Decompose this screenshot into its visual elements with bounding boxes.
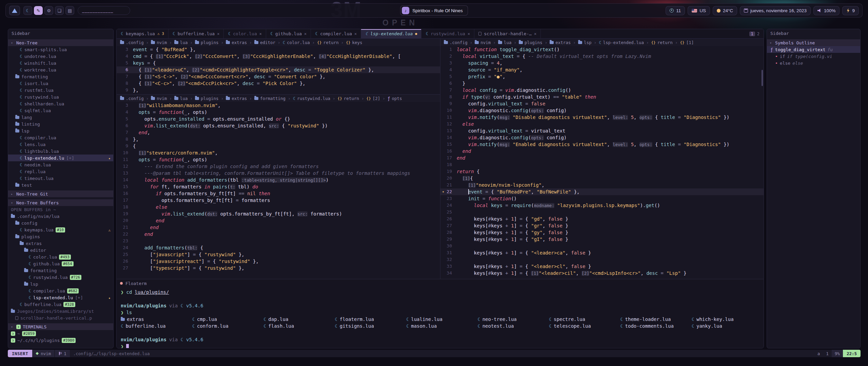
tab-github-lua[interactable]: ☾github.lua×	[266, 29, 311, 38]
tree-section-header[interactable]: ▸Neo-Tree Git	[8, 190, 113, 197]
breadcrumb-segment[interactable]: plugins	[195, 40, 219, 45]
tree-item[interactable]: ☾github.lua#654	[8, 260, 113, 267]
tab-bufferline-lua[interactable]: ☾bufferline.lua×	[169, 29, 224, 38]
terminal-output[interactable]: ❯cdlua/plugins/nvim/lua/pluginsvia☾ v5.4…	[117, 287, 764, 348]
breadcrumb-segment[interactable]: ☾rustywind.lua	[293, 96, 330, 101]
listing-item[interactable]: ☾conform.lua	[192, 323, 260, 329]
close-icon[interactable]: ×	[468, 32, 470, 36]
tree-section-header[interactable]: ▾Neo-Tree Buffers	[8, 199, 113, 206]
code-line[interactable]: 6 vim.list_extend(dst: opts.ensure_insta…	[117, 122, 440, 129]
code-line[interactable]: ✦22 event = { "BufReadPre", "BufNewFile"…	[440, 188, 764, 195]
scrollbar-handle[interactable]	[762, 70, 763, 86]
code-line[interactable]: 21 end	[117, 224, 440, 231]
tree-item[interactable]: linting	[8, 121, 113, 127]
listing-item[interactable]: ☾which-key.lua	[692, 316, 760, 323]
tree-section-header[interactable]: ▾❯TERMINALS	[8, 323, 113, 330]
listing-item[interactable]: ☾cmp.lua	[192, 316, 260, 323]
breadcrumb-segment[interactable]: formatting	[254, 96, 285, 101]
tree-item[interactable]: lsp	[8, 127, 113, 134]
code-line[interactable]: 9},	[117, 87, 440, 94]
tree-item[interactable]: ☾rustywind.lua#726	[8, 274, 113, 281]
tree-item[interactable]: scrollbar-handle-vertical.p	[8, 314, 113, 321]
breadcrumb-segment[interactable]: plugins	[195, 96, 219, 101]
close-icon[interactable]: ×	[259, 32, 262, 36]
breadcrumb-segment[interactable]: ☾lsp-extended.lua	[599, 40, 644, 45]
code-line[interactable]: 16 if opts.formatters_by_ft[ft] == nil t…	[117, 190, 440, 197]
code-line[interactable]: 7 end,	[117, 129, 440, 136]
code-line[interactable]: 12 --- Extend the conform plugin config …	[117, 163, 440, 170]
topbar-input[interactable]: ____________	[78, 6, 130, 15]
tree-item[interactable]: formatting	[8, 73, 113, 80]
tree-item[interactable]: .config/nvim/lua	[8, 213, 113, 220]
breadcrumb-segment[interactable]: {}return	[651, 40, 672, 45]
tree-item[interactable]: ☾undotree.lua	[8, 53, 113, 60]
code-line[interactable]: 3event = { "BufRead" },	[117, 46, 440, 53]
code-line[interactable]: 12 else	[440, 121, 764, 127]
code-line[interactable]: 22 end	[117, 231, 440, 238]
tree-item[interactable]: ☾sqlfmt.lua	[8, 107, 113, 114]
breadcrumb-segment[interactable]: extras	[226, 40, 247, 45]
tree-item[interactable]: extras	[8, 240, 113, 247]
tab-lsp-extended-lua[interactable]: ☾lsp-extended.lua●	[361, 29, 421, 38]
code-line[interactable]: 7 { [1]"<S-C->", [2]"<cmd>CccConvert<cr>…	[117, 73, 440, 80]
code-line[interactable]: 23	[117, 238, 440, 244]
code-line[interactable]: 11 vim.notify(msg: "Disable diagnostics …	[440, 114, 764, 121]
code-line[interactable]: 26 keys[#keys + 1] = { "gd", false }	[440, 216, 764, 222]
tree-item[interactable]: ☾compiler.lua#682	[8, 287, 113, 294]
breadcrumb-segment[interactable]: {}[2]	[367, 96, 380, 101]
code-line[interactable]: 13 ---@param tbl table<string, conform.F…	[117, 170, 440, 177]
tree-item[interactable]: ☾neodim.lua	[8, 161, 113, 168]
tree-item[interactable]: ❯~#2859	[8, 330, 113, 337]
code-line[interactable]: 8 { [1]"<C-c>", [2]"<cmd>CccPick<cr>", d…	[117, 80, 440, 87]
listing-item[interactable]: ☾floaterm.lua	[335, 316, 402, 323]
tree-item[interactable]: ☾shellharden.lua	[8, 100, 113, 107]
breadcrumb-segment[interactable]: nvim	[151, 40, 167, 45]
tab-rustywind-lua[interactable]: ☾rustywind.lua×	[421, 29, 474, 38]
code-line[interactable]: 33 keys[#keys + 1] = { "<leader>cl", fal…	[440, 263, 764, 270]
listing-item[interactable]: ☾yanky.lua	[692, 323, 760, 329]
tabpage-1[interactable]: 1	[749, 32, 755, 36]
tree-item[interactable]: ☾timeout.lua	[8, 175, 113, 182]
quick-button-gear[interactable]: ⚙	[44, 6, 53, 15]
code-line[interactable]: 6 { [1]"<leader>uC", [2]"<cmd>CccHighlig…	[117, 66, 440, 73]
listing-item[interactable]: ☾theme-loader.lua	[620, 316, 688, 323]
code-line[interactable]: 5 opts.ensure_installed = opts.ensure_in…	[117, 116, 440, 122]
breadcrumb-segment[interactable]: ☾color.lua	[283, 40, 310, 45]
breadcrumb-segment[interactable]: .config	[120, 40, 144, 45]
tree-item[interactable]: ☾keymaps.lua#10⚠	[8, 226, 113, 233]
breadcrumb-segment[interactable]: {}return	[338, 96, 359, 101]
outline-item[interactable]: •elseelse	[767, 60, 860, 66]
tab-compiler-lua[interactable]: ☾compiler.lua×	[311, 29, 361, 38]
code-line[interactable]: 19return {	[440, 168, 764, 175]
listing-item[interactable]: ☾telescope.lua	[549, 323, 617, 329]
status-pill-0[interactable]: 11	[666, 6, 685, 15]
code-line[interactable]: 30	[440, 243, 764, 249]
code-line[interactable]: 15 for ft, formatters in pairs(t: tbl) d…	[117, 183, 440, 190]
tabpage-2[interactable]: 2	[757, 32, 760, 36]
tree-item[interactable]: ☾repl.lua	[8, 168, 113, 175]
code-line[interactable]: 25	[440, 209, 764, 216]
breadcrumb-segment[interactable]: lua	[174, 40, 188, 45]
tree-item[interactable]: formatting	[8, 267, 113, 274]
tree-item[interactable]: ☾compiler.lua	[8, 134, 113, 141]
code-line[interactable]: 13 config.virtual_text = virtual_text	[440, 127, 764, 134]
breadcrumb-segment[interactable]: nvim	[151, 96, 167, 101]
tree-item[interactable]: OPEN BUFFERS in ~	[8, 206, 113, 213]
code-line[interactable]: 17end	[440, 155, 764, 161]
tree-item[interactable]: plugins	[8, 233, 113, 240]
code-line[interactable]: 26 ["javascriptreact"] = { "rustywind" }…	[117, 258, 440, 265]
code-line[interactable]: 8 if type(v: config.virtual_text) == "ta…	[440, 94, 764, 100]
code-line[interactable]: 15 vim.notify(msg: "Enabled diagnostics …	[440, 141, 764, 148]
code-line[interactable]: 18	[440, 161, 764, 168]
listing-item[interactable]: ☾dap.lua	[263, 316, 331, 323]
tree-section-header[interactable]: ▾Neo-Tree	[8, 39, 113, 46]
code-line[interactable]: 18 else	[117, 204, 440, 210]
code-line[interactable]: 34 keys[#keys + 1] = { [1]"<leader>cil",…	[440, 270, 764, 277]
quick-button-moon[interactable]: ☾	[23, 6, 32, 15]
code-line[interactable]: 9{	[117, 143, 440, 149]
status-pill-4[interactable]: 100%	[813, 6, 840, 15]
listing-item[interactable]: ☾mason.lua	[406, 323, 474, 329]
breadcrumb-segment[interactable]: extras	[226, 96, 247, 101]
code-line[interactable]: 11 opts = function(_, opts)	[117, 156, 440, 163]
tree-item[interactable]: ☾rustfmt.lua	[8, 87, 113, 94]
